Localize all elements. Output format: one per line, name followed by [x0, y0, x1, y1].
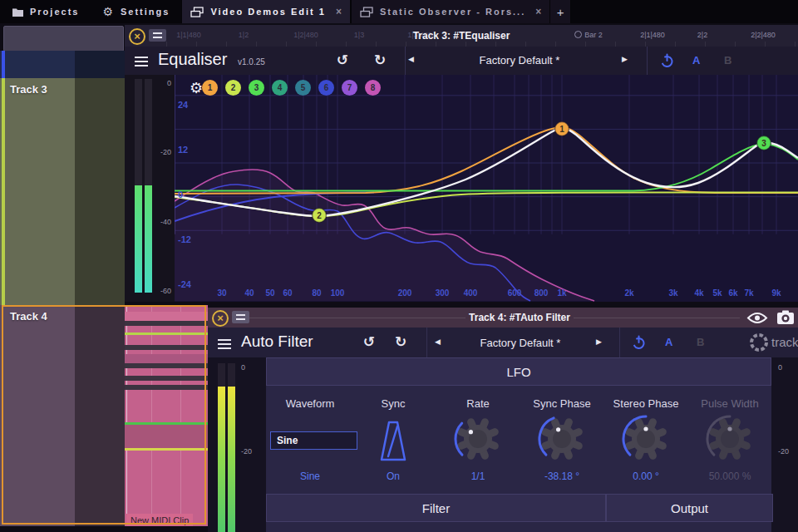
- window-options-button[interactable]: [149, 29, 166, 42]
- band-button-7[interactable]: 7: [342, 80, 357, 96]
- ruler-label: 1|2: [210, 31, 277, 39]
- meter-scale-label: -20: [778, 447, 789, 456]
- edit-window-icon: [360, 7, 373, 17]
- freq-label: 100: [323, 288, 352, 298]
- midi-note-row: [125, 448, 208, 451]
- band-button-8[interactable]: 8: [365, 80, 381, 96]
- waveform-app: Projects ⚙ Settings Video Demos Edit 1 ×…: [0, 0, 798, 532]
- ruler-label: 2|2|480: [730, 31, 796, 39]
- af-content: 0-20 0-20 LFO WaveformSineSineSyncOnRate…: [208, 357, 798, 532]
- lfo-panel: LFO WaveformSineSineSyncOnRate1/1Sync Ph…: [266, 357, 771, 532]
- preset-b-button[interactable]: B: [724, 54, 732, 66]
- band-button-3[interactable]: 3: [249, 80, 264, 96]
- undo-button[interactable]: ↺: [334, 52, 351, 68]
- preset-a-button[interactable]: A: [665, 336, 672, 348]
- band-button-5[interactable]: 5: [295, 80, 311, 96]
- power-icon[interactable]: [632, 335, 646, 350]
- clip-gridline: [151, 305, 152, 526]
- folder-icon: [12, 7, 24, 17]
- lfo-section-header[interactable]: LFO: [266, 357, 771, 386]
- eq-band-node[interactable]: 2: [313, 209, 327, 223]
- af-bottom-sections: FilterOutput: [266, 494, 771, 522]
- sync-metronome-icon[interactable]: [377, 420, 409, 465]
- section-header-output[interactable]: Output: [606, 494, 773, 522]
- clip-gridline: [180, 305, 181, 526]
- knob-rate[interactable]: [450, 411, 506, 467]
- af-header: Auto Filter ↺ ↻ ◀ Factory Default * ▶ A …: [208, 328, 798, 358]
- tab-bar: Projects ⚙ Settings Video Demos Edit 1 ×…: [0, 0, 798, 23]
- preset-name[interactable]: Factory Default *: [449, 54, 590, 66]
- edit-window-icon: [190, 7, 204, 17]
- preset-name[interactable]: Factory Default *: [450, 337, 591, 349]
- auto-filter-window: × Track 4: #TAuto Filter Auto Filter ↺ ↻…: [208, 308, 798, 532]
- redo-button[interactable]: ↻: [392, 333, 409, 350]
- eq-window-title: Track 3: #TEqualiser: [295, 30, 628, 42]
- close-window-button[interactable]: ×: [129, 28, 145, 45]
- midi-note-row: [125, 385, 208, 390]
- settings-button[interactable]: ⚙ Settings: [91, 0, 181, 23]
- preset-b-button[interactable]: B: [697, 336, 704, 348]
- lfo-title: LFO: [506, 365, 530, 379]
- knob-pulse-width[interactable]: [702, 411, 758, 467]
- menu-icon[interactable]: [218, 339, 231, 349]
- camera-icon[interactable]: [776, 310, 795, 325]
- tab-label: Video Demos Edit 1: [210, 7, 326, 17]
- tracktion-logo-text: track: [771, 335, 798, 349]
- prev-preset-icon[interactable]: ◀: [435, 337, 441, 346]
- power-icon[interactable]: [660, 53, 674, 68]
- band-button-4[interactable]: 4: [272, 80, 288, 96]
- midi-clip[interactable]: New MIDI Clip: [125, 305, 208, 526]
- projects-button[interactable]: Projects: [0, 0, 91, 23]
- menu-icon[interactable]: [135, 57, 148, 66]
- track-3-label: Track 3: [10, 83, 47, 96]
- midi-note-row: [125, 376, 208, 381]
- eq-settings-gear-icon[interactable]: ⚙: [190, 79, 203, 96]
- param-value-pulse-width[interactable]: 50.000 %: [680, 470, 780, 482]
- close-tab-icon[interactable]: ×: [336, 6, 342, 17]
- undo-button[interactable]: ↺: [361, 333, 377, 350]
- track-4-row[interactable]: Track 4: [0, 305, 125, 526]
- knob-stereo-phase[interactable]: [618, 411, 674, 467]
- prev-preset-icon[interactable]: ◀: [408, 55, 414, 63]
- meter-bar-left: [218, 363, 225, 532]
- section-header-filter[interactable]: Filter: [266, 494, 606, 522]
- meter-scale-label: 0: [155, 79, 171, 87]
- eq-titlebar[interactable]: 1|1|4801|21|2|4801|31|3|480Bar 22|1|4802…: [125, 25, 798, 47]
- svg-text:1: 1: [559, 125, 564, 134]
- db-label: -24: [178, 279, 191, 289]
- freq-label: 9k: [761, 288, 791, 298]
- window-options-button[interactable]: [232, 311, 249, 323]
- preset-a-button[interactable]: A: [692, 54, 700, 66]
- af-titlebar[interactable]: × Track 4: #TAuto Filter: [208, 308, 798, 328]
- midi-clip-name-label[interactable]: New MIDI Clip: [126, 514, 193, 526]
- eye-icon[interactable]: [746, 311, 768, 325]
- track-3-row[interactable]: Track 3: [0, 78, 125, 305]
- divider: [426, 328, 427, 357]
- new-tab-button[interactable]: +: [550, 0, 571, 23]
- clip-start-line: [126, 305, 127, 526]
- midi-note-row: [125, 363, 208, 368]
- track-header-box[interactable]: [3, 26, 124, 52]
- meter-bar-right: [145, 79, 152, 293]
- tab-static-observer[interactable]: Static Observer - Rors... ×: [351, 0, 550, 23]
- redo-button[interactable]: ↻: [372, 52, 388, 68]
- band-button-6[interactable]: 6: [318, 80, 334, 96]
- waveform-dropdown[interactable]: Sine: [270, 431, 357, 450]
- eq-band-node[interactable]: 3: [757, 136, 771, 150]
- track-2-row[interactable]: [0, 51, 125, 78]
- close-window-button[interactable]: ×: [212, 310, 229, 327]
- band-button-1[interactable]: 1: [202, 80, 218, 96]
- freq-label: 600: [500, 288, 530, 298]
- close-tab-icon[interactable]: ×: [535, 6, 541, 17]
- freq-label: 200: [390, 288, 420, 298]
- next-preset-icon[interactable]: ▶: [622, 55, 628, 63]
- band-button-2[interactable]: 2: [225, 80, 241, 96]
- af-window-title: Track 4: #TAuto Filter: [353, 312, 686, 323]
- meter-scale-label: -20: [155, 148, 171, 156]
- knob-sync-phase[interactable]: [534, 411, 590, 467]
- eq-graph[interactable]: 123 24120-12-24 304050608010020030040060…: [175, 75, 798, 302]
- eq-band-node[interactable]: 1: [555, 122, 569, 136]
- tab-video-demos-edit-1[interactable]: Video Demos Edit 1 ×: [181, 0, 351, 23]
- meter-scale-label: -40: [155, 218, 171, 226]
- next-preset-icon[interactable]: ▶: [596, 337, 602, 346]
